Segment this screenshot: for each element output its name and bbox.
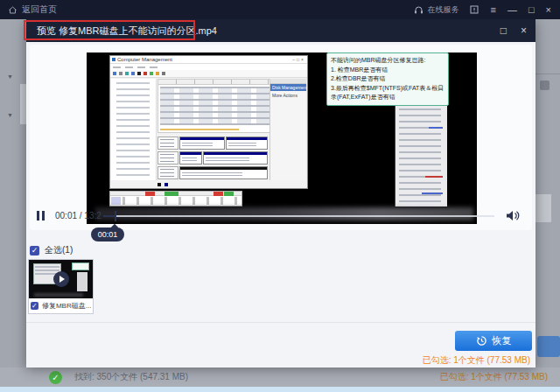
bottom-progress-strip <box>0 387 560 392</box>
collapse-caret-icon: ▼ <box>7 74 13 80</box>
pause-button[interactable] <box>37 211 45 220</box>
dialog-close-button[interactable]: × <box>521 24 527 37</box>
actions-pane: Disk Management More Actions <box>270 79 306 180</box>
dimmed-recover-button <box>537 336 560 357</box>
close-button[interactable]: × <box>546 5 551 15</box>
feedback-icon[interactable] <box>470 5 479 14</box>
play-icon[interactable] <box>53 271 69 287</box>
dimmed-right-panel <box>536 19 560 368</box>
app-window: 返回首页 在线服务 ≡ — □ × ▼ ▼ ✓ 找到: 350个文件 (547.… <box>0 0 560 392</box>
annotation-line: 不能访问的MBR磁盘分区修复思路: <box>331 56 444 66</box>
seek-bar[interactable] <box>103 215 494 217</box>
headset-icon <box>414 5 424 15</box>
found-files-text: 找到: 350个文件 (547.31 MB) <box>74 371 188 383</box>
disk-legend <box>158 182 168 186</box>
annotation-line: 1. 检查MBR是否有错 <box>331 66 444 75</box>
file-name-label: 修复MBR磁盘... <box>42 301 91 311</box>
toolbar <box>110 70 307 78</box>
dimmed-file-card <box>536 194 551 222</box>
actions-disk-management: Disk Management <box>270 84 306 91</box>
dialog-header: 预览 修复MBR磁盘上不能访问的分区.mp4 □ × <box>26 19 536 42</box>
horizontal-scrollbar <box>160 129 239 130</box>
video-window-title: Computer Management <box>117 57 172 62</box>
menu-bar <box>110 64 307 70</box>
maximize-button[interactable]: □ <box>528 5 535 15</box>
seek-bar-fill <box>103 215 116 217</box>
window-controls: –□× <box>292 57 305 62</box>
thumb-annotation <box>72 262 89 270</box>
menu-icon[interactable]: ≡ <box>490 5 495 15</box>
dimmed-panel-edge <box>20 84 26 124</box>
disk-layout <box>158 136 272 180</box>
actions-more: More Actions <box>270 93 306 98</box>
divider <box>536 74 560 74</box>
thumb-panel <box>77 272 88 291</box>
dimmed-file-icon <box>540 80 550 90</box>
thumb-blur <box>34 293 83 297</box>
recover-button[interactable]: 恢复 <box>455 331 532 351</box>
collapse-caret-icon: ▼ <box>7 112 13 118</box>
console-tree <box>111 79 157 180</box>
dialog-title: 预览 修复MBR磁盘上不能访问的分区.mp4 <box>37 24 217 38</box>
select-all-row: ✓ 全选(1) <box>30 244 73 256</box>
volume-button[interactable] <box>506 209 521 226</box>
online-service-button[interactable]: 在线服务 <box>414 4 458 16</box>
divider <box>26 322 536 323</box>
checked-files-text: 已勾选: 1个文件 (77.53 MB) <box>440 371 548 383</box>
title-bar: 返回首页 在线服务 ≡ — □ × <box>0 0 560 19</box>
dimmed-left-panel: ▼ ▼ <box>0 19 26 368</box>
video-computer-management-window: Computer Management –□× <box>109 55 308 189</box>
preview-dialog: 预览 修复MBR磁盘上不能访问的分区.mp4 □ × Computer Mana… <box>26 19 536 368</box>
playback-time: 00:01 / 13:2 <box>55 211 102 220</box>
dialog-maximize-button[interactable]: □ <box>500 24 507 37</box>
minimize-button[interactable]: — <box>508 5 517 15</box>
seek-handle[interactable] <box>115 211 116 221</box>
recover-button-label: 恢复 <box>493 334 512 347</box>
file-thumbnail-card[interactable]: ✓ 修复MBR磁盘... <box>28 259 94 314</box>
video-hex-editor <box>109 191 242 206</box>
window-app-icon <box>112 58 116 61</box>
dialog-checked-text: 已勾选: 1个文件 (77.53 MB) <box>423 354 530 367</box>
speaker-icon <box>506 209 521 222</box>
online-service-label: 在线服务 <box>427 4 458 16</box>
back-home-label: 返回首页 <box>22 4 57 16</box>
annotation-line: 2.检查DBR是否有错 <box>331 74 444 84</box>
file-checkbox[interactable]: ✓ <box>31 302 38 310</box>
status-bar: ✓ 找到: 350个文件 (547.31 MB) 已勾选: 1个文件 (77.5… <box>0 368 560 387</box>
video-annotation-box: 不能访问的MBR磁盘分区修复思路: 1. 检查MBR是否有错 2.检查DBR是否… <box>326 52 449 106</box>
dialog-body: Computer Management –□× <box>26 42 536 368</box>
select-all-checkbox[interactable]: ✓ <box>30 246 39 256</box>
seek-tooltip: 00:01 <box>91 228 124 242</box>
select-all-label: 全选(1) <box>45 244 73 256</box>
scan-complete-icon: ✓ <box>49 371 62 384</box>
restore-clock-icon <box>476 335 487 346</box>
home-icon <box>8 5 18 15</box>
volume-list <box>158 79 272 133</box>
video-thumbnail <box>29 260 93 298</box>
player-controls: 00:01 / 13:2 <box>26 208 536 224</box>
back-home-button[interactable]: 返回首页 <box>8 4 57 16</box>
annotation-line: 3.最后再检查$MFT(NTFS)或FAT表＆根目录(FAT,ExFAT)是否有… <box>331 84 444 102</box>
video-surface[interactable]: Computer Management –□× <box>87 52 477 224</box>
video-details-panel <box>395 92 447 206</box>
